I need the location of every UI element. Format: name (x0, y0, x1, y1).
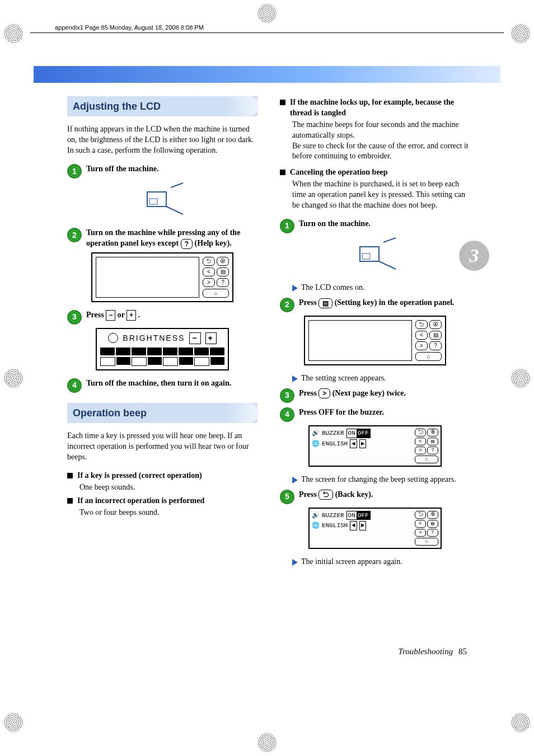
panel-keys-icon: ⮌⦿ <▤ >? ⌂ (415, 320, 442, 361)
right-arrow-icon: ► (359, 521, 367, 530)
r-step-1: 1 Turn on the machine. (280, 219, 470, 233)
step-number-icon: 4 (280, 407, 294, 422)
left-column: Adjusting the LCD If nothing appears in … (67, 94, 257, 569)
on-off-toggle: ONOFF (346, 429, 371, 438)
result-arrow-icon (292, 285, 298, 292)
chapter-color-bar (34, 66, 500, 83)
result-initial-screen: The initial screen appears again. (292, 557, 470, 567)
globe-icon: 🌐 (312, 440, 320, 448)
brightness-bars (100, 357, 224, 366)
page-header-text: appendix1 Page 85 Monday, August 18, 200… (55, 24, 204, 31)
crop-mark (510, 24, 531, 44)
step-2: 2 Turn on the machine while pressing any… (67, 228, 257, 249)
plus-key-icon: + (205, 332, 217, 344)
step-4: 4 Turn off the machine, then turn it on … (67, 378, 257, 393)
help-key-icon: ? (181, 239, 193, 249)
left-arrow-icon: ◄ (350, 521, 357, 530)
crop-mark (510, 368, 531, 388)
minus-key-icon: − (189, 332, 200, 344)
lcd-screen-blank (96, 257, 199, 298)
step-number-icon: 5 (280, 490, 294, 504)
bullet-cancel-beep: Canceling the operation beep (280, 167, 470, 178)
step-number-icon: 2 (67, 228, 82, 242)
svg-line-6 (379, 261, 396, 269)
step-number-icon: 1 (280, 219, 294, 233)
step-1: 1 Turn off the machine. (67, 164, 257, 179)
on-off-toggle: ONOFF (346, 511, 371, 520)
back-key-icon: ⮌ (318, 490, 333, 500)
step-number-icon: 3 (280, 388, 294, 403)
svg-line-3 (171, 183, 183, 187)
result-arrow-icon (292, 375, 298, 382)
page-footer: Troubleshooting 85 (398, 647, 467, 656)
bullet-incorrect-operation: If an incorrect operation is performed (67, 496, 257, 506)
speaker-icon: 🔊 (312, 429, 320, 438)
svg-rect-1 (149, 199, 157, 204)
section-intro: If nothing appears in the LCD when the m… (67, 124, 257, 156)
lcd-screen-blank (308, 320, 412, 361)
crop-mark (257, 732, 277, 753)
plus-key-icon: + (127, 310, 136, 320)
machine-off-illustration (137, 182, 188, 221)
crop-mark (3, 368, 24, 388)
page-number: 85 (458, 647, 467, 656)
panel-illustration: ⮌⦿ <▤ >? ⌂ (91, 252, 233, 302)
step-number-icon: 2 (280, 298, 294, 312)
panel-keys-icon: ⮌⦿ <▤ >? ⌂ (203, 257, 229, 298)
settings-key-icon: ▤ (318, 298, 332, 308)
step-number-icon: 3 (67, 310, 82, 325)
bullet-correct-operation: If a key is pressed (correct operation) (67, 471, 257, 481)
r-step-3: 3 Press > (Next page key) twice. (280, 388, 470, 403)
result-arrow-icon (292, 559, 298, 566)
next-page-key-icon: > (318, 388, 330, 398)
panel-keys-icon: ⮌⦿<▤>?⌂ (415, 511, 438, 546)
result-beep-screen: The screen for changing the beep setting… (292, 475, 470, 485)
bullet-machine-locks: If the machine locks up, for example, be… (280, 97, 470, 119)
bullet-body: Be sure to check for the cause of the er… (292, 141, 470, 162)
footer-section-label: Troubleshooting (398, 647, 453, 656)
result-arrow-icon (292, 477, 298, 483)
square-bullet-icon (67, 473, 73, 478)
step-number-icon: 1 (67, 164, 82, 179)
right-arrow-icon: ► (359, 439, 367, 449)
section-intro: Each time a key is pressed you will hear… (67, 431, 257, 463)
brightness-bars (100, 348, 224, 355)
svg-line-2 (166, 206, 183, 214)
page-header-rule: appendix1 Page 85 Monday, August 18, 200… (30, 32, 504, 40)
result-lcd-on: The LCD comes on. (292, 283, 470, 293)
result-setting-screen: The setting screen appears. (292, 373, 470, 384)
bullet-body: The machine beeps for four seconds and t… (292, 120, 470, 141)
step-number-icon: 4 (67, 378, 82, 393)
bullet-body: One beep sounds. (79, 482, 257, 493)
bullet-body: Two or four beeps sound. (79, 508, 257, 518)
brightness-illustration: BRIGHTNESS − + (96, 328, 229, 370)
square-bullet-icon (280, 100, 285, 105)
panel-illustration: ⮌⦿ <▤ >? ⌂ (304, 316, 446, 365)
buzzer-off-illustration: 🔊 BUZZER ONOFF 🌐 ENGLISH ◄► ⮌⦿<▤>?⌂ (308, 425, 442, 467)
buzzer-off-illustration-2: 🔊 BUZZER ONOFF 🌐 ENGLISH ◄► ⮌⦿<▤>?⌂ (308, 508, 442, 549)
globe-icon: 🌐 (312, 522, 320, 530)
r-step-2: 2 Press ▤ (Setting key) in the operation… (280, 298, 470, 312)
square-bullet-icon (67, 498, 73, 504)
svg-rect-5 (362, 253, 370, 259)
section-heading-adjusting-lcd: Adjusting the LCD (67, 96, 257, 116)
crop-mark (257, 3, 277, 24)
panel-keys-icon: ⮌⦿<▤>?⌂ (415, 429, 438, 463)
section-heading-operation-beep: Operation beep (67, 403, 257, 423)
r-step-5: 5 Press ⮌ (Back key). (280, 490, 470, 504)
minus-key-icon: − (106, 310, 115, 320)
speaker-icon: 🔊 (312, 511, 320, 520)
crop-mark (3, 712, 24, 732)
machine-on-illustration (350, 237, 400, 276)
svg-line-7 (383, 238, 396, 242)
square-bullet-icon (280, 170, 285, 175)
step-3: 3 Press − or + . (67, 310, 257, 325)
r-step-4: 4 Press OFF for the buzzer. (280, 407, 470, 422)
right-column: If the machine locks up, for example, be… (280, 94, 470, 569)
brightness-icon (108, 333, 118, 343)
left-arrow-icon: ◄ (350, 439, 357, 449)
crop-mark (510, 712, 531, 732)
bullet-body: When the machine is purchased, it is set… (292, 179, 470, 211)
crop-mark (3, 24, 24, 44)
